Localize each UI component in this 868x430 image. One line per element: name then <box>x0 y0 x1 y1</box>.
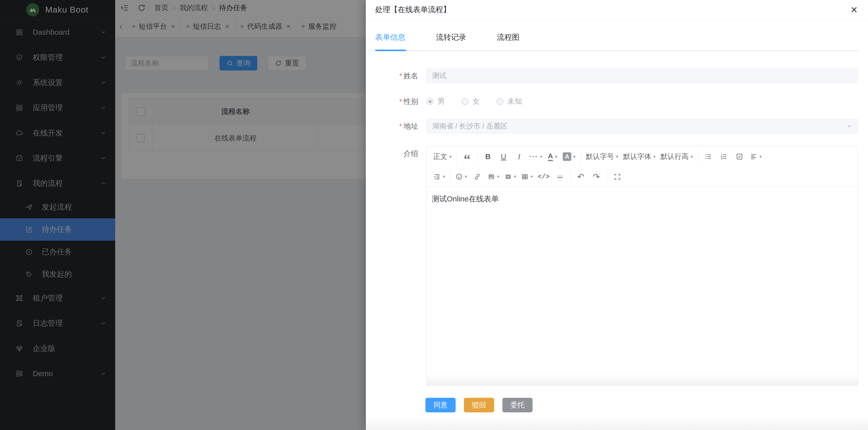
form-row-intro: 介绍 正文▾ “ B U I ···▾ A▾ A▾ 默认字号▾ 默认字体▾ 默认 <box>366 146 868 385</box>
address-label: *地址 <box>366 119 418 134</box>
font-family-dropdown[interactable]: 默认字体▾ <box>621 149 658 164</box>
numbered-list-button[interactable] <box>716 149 732 164</box>
toolbar-divider <box>477 150 478 163</box>
caret-down-icon: ▾ <box>760 154 762 160</box>
bullet-list-button[interactable] <box>701 149 716 164</box>
radio-icon <box>427 98 434 105</box>
form-row-gender: *性别 男 女 未知 <box>366 94 868 109</box>
caret-down-icon: ▾ <box>653 154 655 160</box>
bullet-list-icon <box>705 153 712 161</box>
tab-flow-diagram[interactable]: 流程图 <box>497 32 520 51</box>
emoji-dropdown[interactable]: ▾ <box>453 170 470 184</box>
radio-icon <box>496 98 503 105</box>
gender-label: *性别 <box>366 94 418 109</box>
redo-button[interactable]: ↷ <box>589 170 604 184</box>
radio-female[interactable]: 女 <box>461 96 480 107</box>
horizontal-rule-icon <box>556 173 564 180</box>
indent-icon <box>433 173 441 180</box>
toolbar-divider <box>581 150 581 163</box>
undo-icon: ↶ <box>577 172 584 182</box>
modal-mask[interactable] <box>0 0 366 430</box>
toolbar-divider <box>698 150 698 163</box>
active-tab-indicator <box>375 50 406 51</box>
caret-down-icon: ▾ <box>573 154 576 160</box>
close-icon[interactable]: × <box>851 2 858 17</box>
caret-down-icon: ▾ <box>555 154 557 160</box>
link-button[interactable] <box>469 170 485 184</box>
more-icon: ··· <box>530 152 538 161</box>
image-icon <box>488 173 495 180</box>
table-icon <box>521 173 529 180</box>
form-row-name: *姓名 测试 <box>366 68 868 83</box>
reject-button[interactable]: 驳回 <box>464 398 494 412</box>
drawer-title: 处理【在线表单流程】 <box>375 4 451 15</box>
more-styles-dropdown[interactable]: ···▾ <box>527 149 545 164</box>
required-asterisk: * <box>399 97 402 106</box>
todo-checkbox-icon <box>736 153 743 161</box>
drawer-tabs: 表单信息 流转记录 流程图 <box>375 32 550 51</box>
fullscreen-button[interactable] <box>610 170 625 184</box>
font-color-icon: A <box>548 152 553 161</box>
radio-unknown[interactable]: 未知 <box>496 96 522 107</box>
bold-button[interactable]: B <box>480 149 496 164</box>
indent-dropdown[interactable]: ▾ <box>431 170 447 184</box>
name-field[interactable]: 测试 <box>427 68 858 83</box>
tab-form-info[interactable]: 表单信息 <box>375 32 405 51</box>
address-select[interactable]: 湖南省 / 长沙市 / 岳麓区 <box>427 119 858 134</box>
image-dropdown[interactable]: ▾ <box>485 170 502 184</box>
table-dropdown[interactable]: ▾ <box>519 170 535 184</box>
emoji-icon <box>455 173 463 180</box>
line-height-dropdown[interactable]: 默认行高▾ <box>658 149 695 164</box>
toolbar-divider <box>450 170 451 183</box>
required-asterisk: * <box>399 72 402 80</box>
font-size-dropdown[interactable]: 默认字号▾ <box>583 149 621 164</box>
bold-icon: B <box>485 152 491 161</box>
caret-down-icon: ▾ <box>443 174 445 179</box>
toolbar-divider <box>570 170 570 183</box>
required-asterisk: * <box>399 122 402 130</box>
radio-icon <box>461 98 468 105</box>
video-dropdown[interactable]: ▾ <box>502 170 519 184</box>
caret-down-icon: ▾ <box>497 174 499 179</box>
editor-toolbar-row1: 正文▾ “ B U I ···▾ A▾ A▾ 默认字号▾ 默认字体▾ 默认行高▾ <box>427 146 858 167</box>
drawer-header: 处理【在线表单流程】 × <box>366 0 868 20</box>
caret-down-icon: ▾ <box>616 154 618 160</box>
video-icon <box>504 173 512 180</box>
rich-text-editor: 正文▾ “ B U I ···▾ A▾ A▾ 默认字号▾ 默认字体▾ 默认行高▾ <box>427 146 858 385</box>
undo-button[interactable]: ↶ <box>573 170 589 184</box>
underline-button[interactable]: U <box>496 149 512 164</box>
blockquote-button[interactable]: “ <box>459 149 475 164</box>
approve-button[interactable]: 同意 <box>426 398 456 412</box>
italic-icon: I <box>518 152 521 161</box>
quote-icon: “ <box>464 150 470 163</box>
screen: Maku Boot Dashboard 权限管理 系统设置 应用管理 <box>0 0 868 430</box>
radio-male[interactable]: 男 <box>427 96 445 107</box>
bg-color-dropdown[interactable]: A▾ <box>560 149 578 164</box>
todo-list-button[interactable] <box>732 149 747 164</box>
gender-radio-group: 男 女 未知 <box>427 94 858 109</box>
code-icon: </> <box>538 173 550 180</box>
caret-down-icon: ▾ <box>540 154 542 160</box>
align-icon <box>750 153 757 161</box>
tab-flow-records[interactable]: 流转记录 <box>436 32 466 51</box>
delegate-button[interactable]: 委托 <box>502 398 533 412</box>
form-row-address: *地址 湖南省 / 长沙市 / 岳麓区 <box>366 119 868 134</box>
caret-down-icon: ▾ <box>450 154 452 160</box>
chevron-down-icon <box>846 123 852 129</box>
paragraph-style-dropdown[interactable]: 正文▾ <box>431 149 454 164</box>
font-color-dropdown[interactable]: A▾ <box>545 149 560 164</box>
align-dropdown[interactable]: ▾ <box>747 149 764 164</box>
bg-color-icon: A <box>563 152 571 161</box>
link-icon <box>473 173 481 180</box>
caret-down-icon: ▾ <box>691 154 693 160</box>
editor-bottom-fade <box>427 374 858 385</box>
intro-label: 介绍 <box>366 146 418 161</box>
caret-down-icon: ▾ <box>465 174 467 179</box>
fullscreen-icon <box>614 173 621 180</box>
name-label: *姓名 <box>366 68 418 83</box>
italic-button[interactable]: I <box>512 149 527 164</box>
divider-button[interactable] <box>552 170 568 184</box>
editor-content[interactable]: 测试Online在线表单 <box>427 187 858 385</box>
process-drawer: 处理【在线表单流程】 × 表单信息 流转记录 流程图 *姓名 测试 *性别 <box>366 0 868 430</box>
code-block-button[interactable]: </> <box>535 170 552 184</box>
